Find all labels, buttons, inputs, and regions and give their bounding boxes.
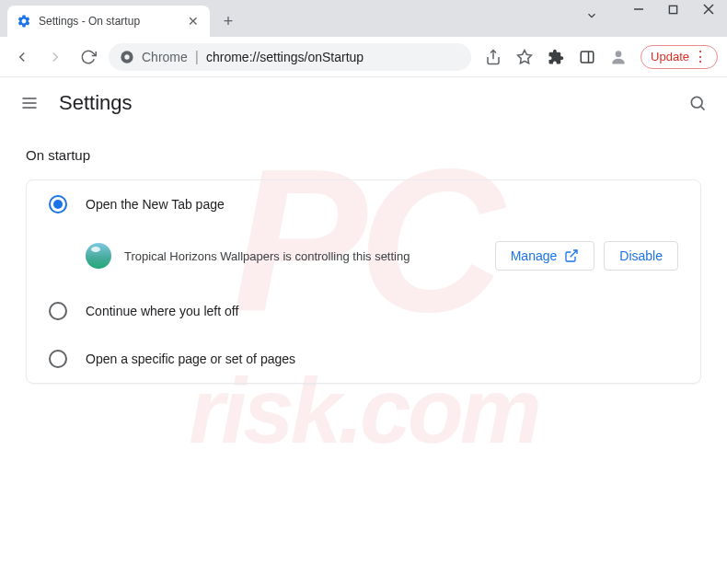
url-separator: | [195,49,199,65]
side-panel-icon[interactable] [578,48,596,66]
section-title: On startup [26,147,701,163]
option-specific-pages[interactable]: Open a specific page or set of pages [27,335,700,383]
search-icon[interactable] [687,92,709,114]
browser-tab[interactable]: Settings - On startup ✕ [7,6,210,37]
window-controls [633,4,721,15]
address-bar[interactable]: Chrome | chrome://settings/onStartup [109,43,471,71]
window-titlebar: Settings - On startup ✕ + [0,0,727,37]
url-path: chrome://settings/onStartup [206,50,364,64]
back-button[interactable] [9,44,35,70]
svg-point-10 [616,51,622,57]
extension-control-notice: Tropical Horizons Wallpapers is controll… [27,228,700,287]
menu-dots-icon: ⋮ [693,50,708,64]
update-label: Update [651,50,689,63]
radio-selected-icon[interactable] [49,195,67,213]
tab-title: Settings - On startup [39,15,179,28]
extension-notice-text: Tropical Horizons Wallpapers is controll… [124,249,482,263]
option-label: Open the New Tab page [86,197,225,212]
forward-button[interactable] [42,44,68,70]
option-label: Open a specific page or set of pages [86,352,295,366]
extension-action-buttons: Manage Disable [495,241,678,271]
extensions-puzzle-icon[interactable] [547,48,565,66]
reload-button[interactable] [75,44,101,70]
url-origin-label: Chrome [142,50,188,64]
svg-point-5 [124,54,129,59]
disable-button[interactable]: Disable [604,241,678,271]
option-continue[interactable]: Continue where you left off [27,287,700,335]
option-new-tab-page[interactable]: Open the New Tab page [27,180,700,228]
bookmark-star-icon[interactable] [515,48,534,66]
svg-rect-8 [581,52,594,63]
tab-search-chevron-icon[interactable] [585,9,598,22]
share-icon[interactable] [484,48,502,66]
toolbar-right-icons [479,48,633,66]
manage-label: Manage [511,248,558,263]
minimize-icon[interactable] [633,4,652,15]
disable-label: Disable [619,248,663,263]
radio-unselected-icon[interactable] [49,350,67,368]
page-title: Settings [59,91,133,115]
url-toolbar: Chrome | chrome://settings/onStartup Upd… [0,37,727,77]
new-tab-button[interactable]: + [215,8,241,34]
radio-unselected-icon[interactable] [49,302,67,320]
svg-line-16 [571,250,577,257]
menu-hamburger-icon[interactable] [18,92,40,114]
maximize-icon[interactable] [668,5,687,15]
close-window-icon[interactable] [703,4,721,15]
chrome-logo-icon [120,50,134,64]
open-external-icon [564,248,579,263]
manage-button[interactable]: Manage [495,241,595,271]
svg-rect-1 [669,6,676,13]
option-label: Continue where you left off [86,304,238,318]
svg-point-14 [691,97,702,108]
extension-icon [86,243,111,269]
svg-line-15 [701,107,705,110]
profile-avatar-icon[interactable] [609,48,628,66]
startup-options-card: Open the New Tab page Tropical Horizons … [26,179,701,384]
close-tab-icon[interactable]: ✕ [186,14,201,29]
settings-header: Settings [0,77,727,129]
svg-marker-7 [518,50,532,63]
settings-content: On startup Open the New Tab page Tropica… [0,129,727,402]
update-button[interactable]: Update ⋮ [640,45,718,69]
settings-gear-icon [17,14,31,29]
